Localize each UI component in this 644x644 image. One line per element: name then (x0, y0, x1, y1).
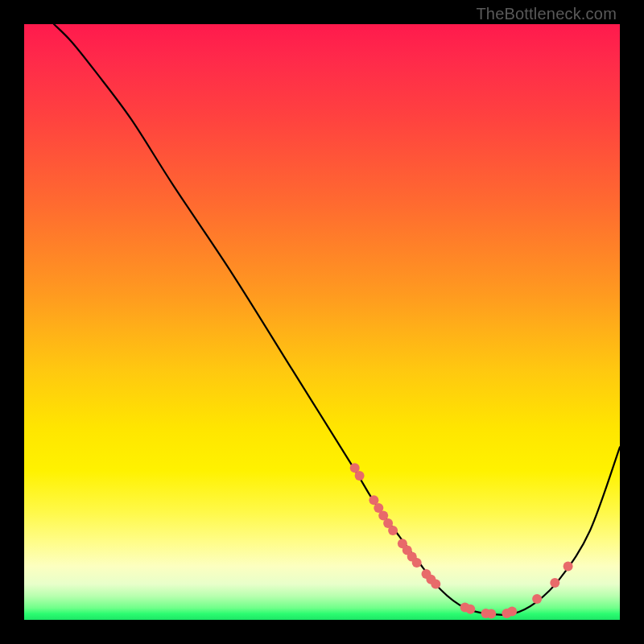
data-marker (507, 607, 517, 617)
data-marker (355, 471, 365, 481)
chart-container: TheBottleneck.com (0, 0, 644, 644)
data-marker (465, 605, 475, 614)
data-marker (412, 558, 422, 568)
watermark-text: TheBottleneck.com (476, 5, 617, 23)
data-marker (532, 594, 542, 604)
plot-area (24, 24, 620, 620)
data-marker (431, 580, 440, 589)
data-marker (486, 609, 496, 619)
data-marker (564, 561, 573, 571)
data-marker (550, 578, 559, 588)
bottleneck-curve-path (54, 24, 620, 615)
markers-group (350, 463, 573, 618)
data-marker (388, 526, 398, 535)
chart-svg (24, 24, 620, 620)
